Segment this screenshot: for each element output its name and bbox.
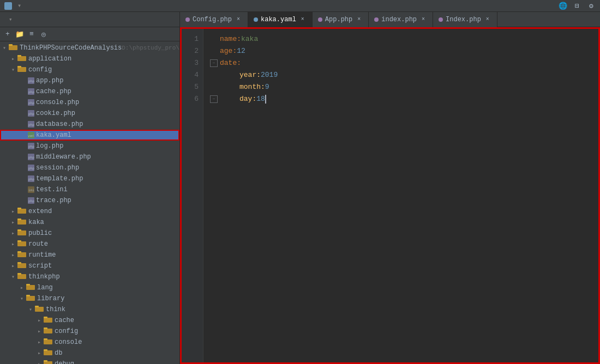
tree-item-cache-sub[interactable]: ▸ cache	[0, 315, 179, 326]
code-line-3[interactable]: −date:	[210, 57, 592, 69]
tree-item-library[interactable]: ▾ library	[0, 293, 179, 304]
tree-item-extend[interactable]: ▸ extend	[0, 206, 179, 217]
tree-arrow-debug-sub[interactable]: ▸	[35, 359, 44, 364]
new-file-icon[interactable]: +	[3, 30, 12, 39]
tree-item-public[interactable]: ▸ public	[0, 228, 179, 239]
tree-item-trace.php[interactable]: php trace.php	[0, 195, 179, 206]
tab-label-Index2: Index.php	[446, 16, 481, 23]
file-icon-template.php: php	[27, 175, 35, 183]
title-dropdown-arrow[interactable]: ▾	[17, 2, 21, 10]
tree-arrow-cache-sub[interactable]: ▸	[35, 315, 44, 326]
tree-arrow-kaka-folder[interactable]: ▸	[9, 217, 17, 228]
tab-close-index[interactable]: ×	[419, 16, 427, 23]
tree-arrow-script[interactable]: ▸	[9, 260, 17, 271]
tree-arrow-library[interactable]: ▾	[17, 293, 26, 304]
tree-arrow-config[interactable]: ▾	[9, 64, 17, 75]
tab-app[interactable]: App.php×	[313, 12, 369, 27]
tree-item-template.php[interactable]: php template.php	[0, 173, 179, 184]
svg-rect-49	[35, 306, 39, 307]
tree-item-thinkphp[interactable]: ▾ thinkphp	[0, 271, 179, 282]
tree-item-root[interactable]: ▾ ThinkPHPSourceCodeAnalysis D:\phpstudy…	[0, 43, 179, 53]
tree-arrow-config-sub[interactable]: ▸	[35, 326, 44, 337]
tree-item-config[interactable]: ▾ config	[0, 64, 179, 75]
line-num-4: 4	[182, 69, 199, 81]
tree-arrow-route[interactable]: ▸	[9, 239, 17, 250]
tree-item-debug-sub[interactable]: ▸ debug	[0, 359, 179, 364]
tree-item-kaka-folder[interactable]: ▸ kaka	[0, 217, 179, 228]
tree-arrow-think[interactable]: ▾	[26, 304, 35, 315]
svg-rect-50	[44, 318, 52, 323]
tree-item-log.php[interactable]: php log.php	[0, 141, 179, 151]
tree-arrow-public[interactable]: ▸	[9, 228, 17, 239]
tree-arrow-lang[interactable]: ▸	[17, 282, 26, 293]
code-area[interactable]: name: kakaage: 12−date:year: 2019month: …	[203, 29, 598, 362]
code-line-2[interactable]: age: 12	[210, 45, 592, 57]
tab-close-config[interactable]: ×	[235, 16, 242, 23]
tree-item-cookie.php[interactable]: php cookie.php	[0, 108, 179, 119]
line-num-1: 1	[182, 33, 199, 45]
tree-arrow-extend[interactable]: ▸	[9, 206, 17, 217]
main-layout: ▾ + 📁 ≡ ◎ ▾ ThinkPHPSourceCodeAnalysis D…	[0, 12, 600, 364]
tree-item-lang[interactable]: ▸ lang	[0, 282, 179, 293]
code-line-4[interactable]: year: 2019	[210, 69, 592, 81]
tree-item-runtime[interactable]: ▸ runtime	[0, 250, 179, 260]
folder-label-extend: extend	[28, 208, 52, 215]
code-line-5[interactable]: month: 9	[210, 81, 592, 93]
tree-item-application[interactable]: ▸ application	[0, 53, 179, 64]
tab-close-app[interactable]: ×	[355, 16, 363, 23]
tree-item-app.php[interactable]: php app.php	[0, 75, 179, 86]
tree-arrow-console-sub[interactable]: ▸	[35, 337, 44, 348]
folder-icon-script	[17, 262, 26, 270]
root-path: D:\phpstudy_pro\	[122, 45, 179, 51]
tree-arrow-db-sub[interactable]: ▸	[35, 348, 44, 359]
tree-item-kaka.yaml[interactable]: yaml kaka.yaml	[0, 130, 179, 141]
tree-item-session.php[interactable]: php session.php	[0, 162, 179, 173]
tree-arrow-root[interactable]: ▾	[0, 43, 9, 53]
new-folder-icon[interactable]: 📁	[15, 30, 24, 39]
svg-rect-31	[17, 208, 21, 209]
tree-arrow-application[interactable]: ▸	[9, 53, 17, 64]
tab-kaka[interactable]: kaka.yaml×	[248, 12, 313, 27]
file-icon-log.php: php	[27, 142, 35, 150]
sidebar-header: ▾	[0, 12, 179, 27]
folder-icon-thinkphp	[17, 272, 26, 281]
tree-item-think[interactable]: ▾ think	[0, 304, 179, 315]
globe-icon[interactable]: 🌐	[559, 2, 567, 10]
tab-config[interactable]: Config.php×	[180, 12, 248, 27]
tab-close-kaka[interactable]: ×	[299, 16, 307, 23]
svg-text:yaml: yaml	[28, 134, 34, 138]
sidebar-tree[interactable]: ▾ ThinkPHPSourceCodeAnalysis D:\phpstudy…	[0, 41, 179, 364]
code-line-6[interactable]: −day: 18	[210, 93, 592, 105]
tree-arrow-thinkphp[interactable]: ▾	[9, 271, 17, 282]
tree-item-script[interactable]: ▸ script	[0, 260, 179, 271]
svg-rect-33	[17, 219, 21, 220]
tree-item-config-sub[interactable]: ▸ config	[0, 326, 179, 337]
split-icon[interactable]: ⊟	[573, 2, 581, 10]
locate-icon[interactable]: ◎	[39, 30, 48, 39]
svg-rect-44	[26, 285, 35, 290]
tree-item-cache.php[interactable]: php cache.php	[0, 86, 179, 97]
tree-item-db-sub[interactable]: ▸ db	[0, 348, 179, 359]
sidebar-dropdown[interactable]: ▾	[9, 16, 13, 23]
svg-rect-39	[17, 251, 21, 253]
fold-icon-3[interactable]: −	[210, 59, 218, 67]
tab-close-Index2[interactable]: ×	[484, 16, 491, 23]
tree-item-middleware.php[interactable]: php middleware.php	[0, 151, 179, 162]
collapse-all-icon[interactable]: ≡	[27, 30, 36, 39]
code-line-1[interactable]: name: kaka	[210, 33, 592, 45]
line-num-6: 6	[182, 93, 199, 105]
tree-item-route[interactable]: ▸ route	[0, 239, 179, 250]
tree-item-test.ini[interactable]: ini test.ini	[0, 184, 179, 195]
tab-index[interactable]: index.php×	[369, 12, 433, 27]
svg-rect-1	[9, 44, 13, 46]
svg-text:php: php	[28, 144, 34, 149]
tree-item-console.php[interactable]: php console.php	[0, 97, 179, 108]
tree-item-database.php[interactable]: php database.php	[0, 119, 179, 130]
tab-Index2[interactable]: Index.php×	[433, 12, 497, 27]
folder-icon-db-sub	[44, 349, 52, 357]
settings-icon[interactable]: ⚙	[587, 2, 596, 10]
tree-arrow-runtime[interactable]: ▸	[9, 250, 17, 260]
editor-content[interactable]: 123456 name: kakaage: 12−date:year: 2019…	[180, 27, 600, 364]
tree-item-console-sub[interactable]: ▸ console	[0, 337, 179, 348]
fold-icon-6[interactable]: −	[210, 95, 218, 103]
